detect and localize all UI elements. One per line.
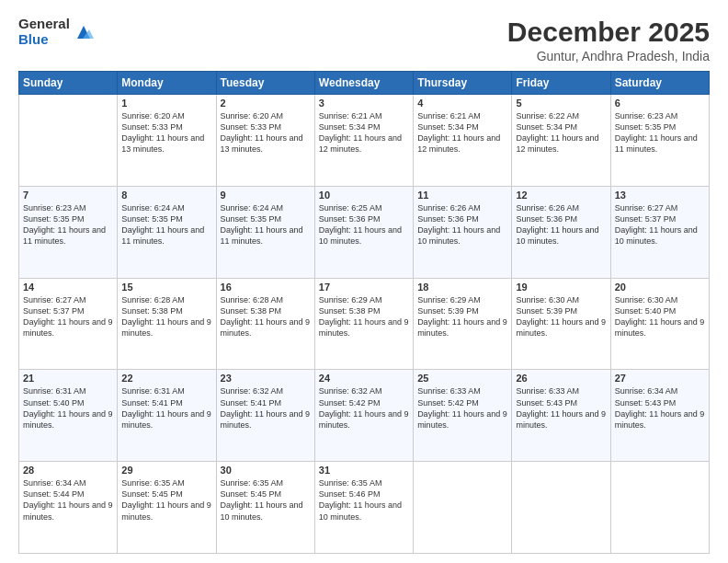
day-number: 29 (121, 465, 211, 476)
day-number: 17 (319, 282, 409, 293)
day-number: 22 (121, 373, 211, 384)
calendar-cell: 10Sunrise: 6:25 AMSunset: 5:36 PMDayligh… (314, 186, 413, 278)
calendar-cell: 28Sunrise: 6:34 AMSunset: 5:44 PMDayligh… (19, 462, 118, 554)
calendar-week-row: 1Sunrise: 6:20 AMSunset: 5:33 PMDaylight… (19, 95, 710, 187)
calendar-cell: 6Sunrise: 6:23 AMSunset: 5:35 PMDaylight… (610, 95, 709, 187)
day-number: 18 (417, 282, 507, 293)
calendar-cell: 4Sunrise: 6:21 AMSunset: 5:34 PMDaylight… (414, 95, 512, 187)
calendar-cell: 17Sunrise: 6:29 AMSunset: 5:38 PMDayligh… (314, 278, 413, 370)
day-info: Sunrise: 6:24 AMSunset: 5:35 PMDaylight:… (121, 202, 211, 247)
day-number: 19 (516, 282, 606, 293)
calendar-week-row: 14Sunrise: 6:27 AMSunset: 5:37 PMDayligh… (19, 278, 710, 370)
day-info: Sunrise: 6:29 AMSunset: 5:38 PMDaylight:… (319, 294, 409, 339)
calendar-cell (512, 462, 610, 554)
day-info: Sunrise: 6:21 AMSunset: 5:34 PMDaylight:… (319, 110, 409, 155)
day-info: Sunrise: 6:34 AMSunset: 5:44 PMDaylight:… (23, 477, 113, 523)
calendar-cell: 3Sunrise: 6:21 AMSunset: 5:34 PMDaylight… (314, 95, 413, 187)
day-number: 31 (319, 465, 409, 476)
day-number: 6 (615, 98, 705, 109)
calendar-cell: 26Sunrise: 6:33 AMSunset: 5:43 PMDayligh… (512, 370, 610, 462)
day-number: 8 (121, 190, 211, 201)
col-header-wednesday: Wednesday (314, 72, 413, 95)
day-info: Sunrise: 6:20 AMSunset: 5:33 PMDaylight:… (221, 110, 311, 155)
day-number: 14 (23, 282, 113, 293)
day-number: 27 (615, 373, 705, 384)
day-info: Sunrise: 6:21 AMSunset: 5:34 PMDaylight:… (417, 110, 507, 155)
calendar-cell: 23Sunrise: 6:32 AMSunset: 5:41 PMDayligh… (216, 370, 314, 462)
day-info: Sunrise: 6:35 AMSunset: 5:45 PMDaylight:… (121, 477, 211, 523)
col-header-saturday: Saturday (610, 72, 709, 95)
page: General Blue December 2025 Guntur, Andhr… (0, 0, 728, 563)
day-info: Sunrise: 6:30 AMSunset: 5:39 PMDaylight:… (516, 294, 606, 339)
calendar-week-row: 28Sunrise: 6:34 AMSunset: 5:44 PMDayligh… (19, 462, 710, 554)
logo: General Blue (18, 17, 94, 47)
day-info: Sunrise: 6:31 AMSunset: 5:41 PMDaylight:… (121, 385, 211, 431)
day-number: 3 (319, 98, 409, 109)
day-number: 20 (615, 282, 705, 293)
logo-general: General (18, 17, 70, 32)
col-header-sunday: Sunday (19, 72, 118, 95)
day-number: 25 (417, 373, 507, 384)
calendar-cell: 31Sunrise: 6:35 AMSunset: 5:46 PMDayligh… (314, 462, 413, 554)
calendar-cell (414, 462, 512, 554)
day-info: Sunrise: 6:31 AMSunset: 5:40 PMDaylight:… (23, 385, 113, 431)
calendar-cell: 1Sunrise: 6:20 AMSunset: 5:33 PMDaylight… (118, 95, 216, 187)
day-info: Sunrise: 6:28 AMSunset: 5:38 PMDaylight:… (121, 294, 211, 339)
calendar-cell: 29Sunrise: 6:35 AMSunset: 5:45 PMDayligh… (118, 462, 216, 554)
day-info: Sunrise: 6:25 AMSunset: 5:36 PMDaylight:… (319, 202, 409, 247)
day-number: 30 (221, 465, 311, 476)
day-number: 4 (417, 98, 507, 109)
day-info: Sunrise: 6:27 AMSunset: 5:37 PMDaylight:… (23, 294, 113, 339)
day-number: 16 (221, 282, 311, 293)
day-number: 5 (516, 98, 606, 109)
col-header-thursday: Thursday (414, 72, 512, 95)
calendar-table: SundayMondayTuesdayWednesdayThursdayFrid… (18, 71, 710, 554)
day-info: Sunrise: 6:29 AMSunset: 5:39 PMDaylight:… (417, 294, 507, 339)
day-number: 13 (615, 190, 705, 201)
calendar-cell: 15Sunrise: 6:28 AMSunset: 5:38 PMDayligh… (118, 278, 216, 370)
day-info: Sunrise: 6:34 AMSunset: 5:43 PMDaylight:… (615, 385, 705, 431)
day-number: 1 (121, 98, 211, 109)
calendar-cell: 16Sunrise: 6:28 AMSunset: 5:38 PMDayligh… (216, 278, 314, 370)
day-number: 24 (319, 373, 409, 384)
day-number: 21 (23, 373, 113, 384)
calendar-cell: 24Sunrise: 6:32 AMSunset: 5:42 PMDayligh… (314, 370, 413, 462)
calendar-cell (610, 462, 709, 554)
calendar-cell: 22Sunrise: 6:31 AMSunset: 5:41 PMDayligh… (118, 370, 216, 462)
day-info: Sunrise: 6:35 AMSunset: 5:46 PMDaylight:… (319, 477, 409, 523)
day-info: Sunrise: 6:32 AMSunset: 5:41 PMDaylight:… (221, 385, 311, 431)
calendar-cell: 25Sunrise: 6:33 AMSunset: 5:42 PMDayligh… (414, 370, 512, 462)
day-info: Sunrise: 6:28 AMSunset: 5:38 PMDaylight:… (221, 294, 311, 339)
calendar-cell: 20Sunrise: 6:30 AMSunset: 5:40 PMDayligh… (610, 278, 709, 370)
calendar-cell: 13Sunrise: 6:27 AMSunset: 5:37 PMDayligh… (610, 186, 709, 278)
calendar-cell: 2Sunrise: 6:20 AMSunset: 5:33 PMDaylight… (216, 95, 314, 187)
header: General Blue December 2025 Guntur, Andhr… (18, 17, 710, 63)
title-block: December 2025 Guntur, Andhra Pradesh, In… (507, 17, 710, 63)
day-number: 2 (221, 98, 311, 109)
subtitle: Guntur, Andhra Pradesh, India (507, 49, 710, 63)
day-info: Sunrise: 6:23 AMSunset: 5:35 PMDaylight:… (23, 202, 113, 247)
day-number: 12 (516, 190, 606, 201)
day-number: 15 (121, 282, 211, 293)
calendar-cell (19, 95, 118, 187)
day-info: Sunrise: 6:32 AMSunset: 5:42 PMDaylight:… (319, 385, 409, 431)
calendar-cell: 30Sunrise: 6:35 AMSunset: 5:45 PMDayligh… (216, 462, 314, 554)
day-info: Sunrise: 6:30 AMSunset: 5:40 PMDaylight:… (615, 294, 705, 339)
calendar-cell: 7Sunrise: 6:23 AMSunset: 5:35 PMDaylight… (19, 186, 118, 278)
calendar-header-row: SundayMondayTuesdayWednesdayThursdayFrid… (19, 72, 710, 95)
calendar-cell: 8Sunrise: 6:24 AMSunset: 5:35 PMDaylight… (118, 186, 216, 278)
col-header-friday: Friday (512, 72, 610, 95)
day-info: Sunrise: 6:33 AMSunset: 5:42 PMDaylight:… (417, 385, 507, 431)
day-info: Sunrise: 6:26 AMSunset: 5:36 PMDaylight:… (417, 202, 507, 247)
calendar-cell: 9Sunrise: 6:24 AMSunset: 5:35 PMDaylight… (216, 186, 314, 278)
day-info: Sunrise: 6:22 AMSunset: 5:34 PMDaylight:… (516, 110, 606, 155)
day-info: Sunrise: 6:26 AMSunset: 5:36 PMDaylight:… (516, 202, 606, 247)
day-number: 7 (23, 190, 113, 201)
day-info: Sunrise: 6:23 AMSunset: 5:35 PMDaylight:… (615, 110, 705, 155)
day-number: 9 (221, 190, 311, 201)
col-header-monday: Monday (118, 72, 216, 95)
calendar-cell: 27Sunrise: 6:34 AMSunset: 5:43 PMDayligh… (610, 370, 709, 462)
day-number: 23 (221, 373, 311, 384)
calendar-cell: 19Sunrise: 6:30 AMSunset: 5:39 PMDayligh… (512, 278, 610, 370)
day-number: 10 (319, 190, 409, 201)
